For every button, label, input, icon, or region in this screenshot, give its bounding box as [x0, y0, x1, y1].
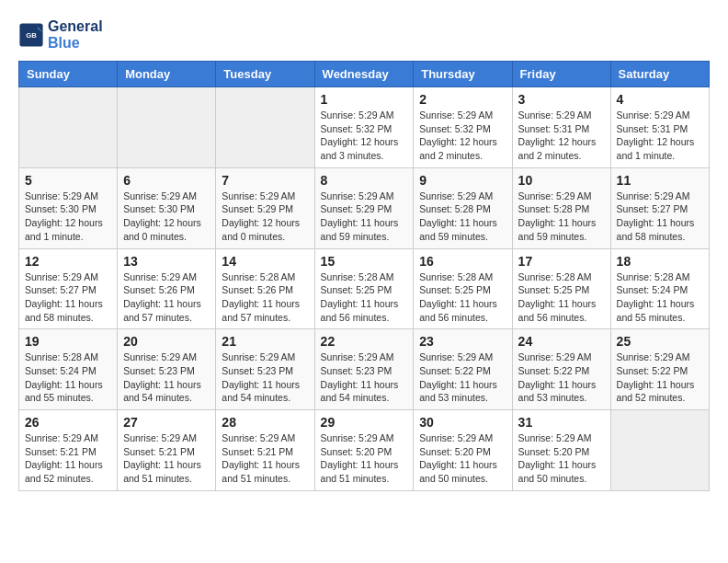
calendar-cell: 21Sunrise: 5:29 AM Sunset: 5:23 PM Dayli… — [216, 329, 314, 410]
day-info: Sunrise: 5:29 AM Sunset: 5:21 PM Dayligh… — [222, 431, 308, 486]
day-info: Sunrise: 5:29 AM Sunset: 5:31 PM Dayligh… — [518, 109, 605, 163]
calendar-cell: 6Sunrise: 5:29 AM Sunset: 5:30 PM Daylig… — [118, 167, 216, 248]
week-row-2: 5Sunrise: 5:29 AM Sunset: 5:30 PM Daylig… — [19, 167, 710, 248]
day-number: 13 — [123, 254, 210, 269]
weekday-header-monday: Monday — [118, 62, 216, 87]
day-info: Sunrise: 5:29 AM Sunset: 5:30 PM Dayligh… — [123, 190, 210, 244]
calendar-cell: 20Sunrise: 5:29 AM Sunset: 5:23 PM Dayli… — [118, 329, 216, 410]
calendar-cell: 12Sunrise: 5:29 AM Sunset: 5:27 PM Dayli… — [19, 248, 118, 329]
calendar-cell: 31Sunrise: 5:29 AM Sunset: 5:20 PM Dayli… — [512, 410, 610, 491]
calendar-cell — [118, 87, 216, 168]
day-number: 24 — [518, 334, 605, 349]
page-header: GB General Blue — [18, 18, 710, 52]
calendar-cell: 26Sunrise: 5:29 AM Sunset: 5:21 PM Dayli… — [19, 410, 118, 491]
day-info: Sunrise: 5:29 AM Sunset: 5:22 PM Dayligh… — [518, 350, 605, 405]
weekday-header-sunday: Sunday — [19, 62, 118, 87]
calendar-cell: 7Sunrise: 5:29 AM Sunset: 5:29 PM Daylig… — [216, 167, 314, 248]
calendar-cell: 1Sunrise: 5:29 AM Sunset: 5:32 PM Daylig… — [314, 87, 414, 168]
weekday-header-row: SundayMondayTuesdayWednesdayThursdayFrid… — [19, 62, 710, 87]
day-number: 14 — [222, 254, 308, 269]
logo-text: General Blue — [48, 18, 103, 52]
day-number: 16 — [419, 254, 506, 269]
calendar-cell: 16Sunrise: 5:28 AM Sunset: 5:25 PM Dayli… — [414, 248, 512, 329]
day-number: 21 — [222, 334, 308, 349]
day-info: Sunrise: 5:29 AM Sunset: 5:29 PM Dayligh… — [321, 190, 408, 244]
day-info: Sunrise: 5:29 AM Sunset: 5:29 PM Dayligh… — [222, 190, 308, 244]
day-number: 7 — [222, 173, 308, 188]
week-row-5: 26Sunrise: 5:29 AM Sunset: 5:21 PM Dayli… — [19, 410, 710, 491]
calendar-cell: 11Sunrise: 5:29 AM Sunset: 5:27 PM Dayli… — [610, 167, 709, 248]
calendar-cell: 22Sunrise: 5:29 AM Sunset: 5:23 PM Dayli… — [314, 329, 414, 410]
calendar-cell: 18Sunrise: 5:28 AM Sunset: 5:24 PM Dayli… — [610, 248, 709, 329]
day-number: 4 — [617, 92, 703, 107]
week-row-3: 12Sunrise: 5:29 AM Sunset: 5:27 PM Dayli… — [19, 248, 710, 329]
day-info: Sunrise: 5:29 AM Sunset: 5:21 PM Dayligh… — [123, 431, 210, 486]
day-info: Sunrise: 5:29 AM Sunset: 5:22 PM Dayligh… — [617, 350, 703, 405]
calendar-table: SundayMondayTuesdayWednesdayThursdayFrid… — [18, 61, 710, 491]
day-info: Sunrise: 5:29 AM Sunset: 5:23 PM Dayligh… — [321, 350, 408, 405]
day-info: Sunrise: 5:29 AM Sunset: 5:21 PM Dayligh… — [25, 431, 111, 486]
day-number: 29 — [321, 415, 408, 430]
calendar-cell: 3Sunrise: 5:29 AM Sunset: 5:31 PM Daylig… — [512, 87, 610, 168]
weekday-header-thursday: Thursday — [414, 62, 512, 87]
svg-text:GB: GB — [26, 31, 37, 40]
day-number: 26 — [25, 415, 111, 430]
calendar-cell: 14Sunrise: 5:28 AM Sunset: 5:26 PM Dayli… — [216, 248, 314, 329]
day-info: Sunrise: 5:29 AM Sunset: 5:20 PM Dayligh… — [518, 431, 605, 486]
day-info: Sunrise: 5:29 AM Sunset: 5:20 PM Dayligh… — [321, 431, 408, 486]
day-info: Sunrise: 5:29 AM Sunset: 5:23 PM Dayligh… — [123, 350, 210, 405]
day-number: 3 — [518, 92, 605, 107]
logo-icon: GB — [18, 22, 44, 48]
week-row-1: 1Sunrise: 5:29 AM Sunset: 5:32 PM Daylig… — [19, 87, 710, 168]
day-number: 22 — [321, 334, 408, 349]
day-number: 28 — [222, 415, 308, 430]
calendar-cell: 28Sunrise: 5:29 AM Sunset: 5:21 PM Dayli… — [216, 410, 314, 491]
day-info: Sunrise: 5:29 AM Sunset: 5:23 PM Dayligh… — [222, 350, 308, 405]
calendar-cell: 30Sunrise: 5:29 AM Sunset: 5:20 PM Dayli… — [414, 410, 512, 491]
calendar-cell: 25Sunrise: 5:29 AM Sunset: 5:22 PM Dayli… — [610, 329, 709, 410]
calendar-cell: 5Sunrise: 5:29 AM Sunset: 5:30 PM Daylig… — [19, 167, 118, 248]
day-info: Sunrise: 5:29 AM Sunset: 5:32 PM Dayligh… — [321, 109, 408, 163]
logo: GB General Blue — [18, 18, 103, 52]
day-info: Sunrise: 5:28 AM Sunset: 5:25 PM Dayligh… — [419, 270, 506, 325]
day-number: 19 — [25, 334, 111, 349]
day-info: Sunrise: 5:28 AM Sunset: 5:24 PM Dayligh… — [25, 350, 111, 405]
calendar-cell: 19Sunrise: 5:28 AM Sunset: 5:24 PM Dayli… — [19, 329, 118, 410]
day-number: 18 — [617, 254, 703, 269]
day-info: Sunrise: 5:28 AM Sunset: 5:25 PM Dayligh… — [321, 270, 408, 325]
day-number: 23 — [419, 334, 506, 349]
calendar-cell: 17Sunrise: 5:28 AM Sunset: 5:25 PM Dayli… — [512, 248, 610, 329]
day-number: 1 — [321, 92, 408, 107]
weekday-header-wednesday: Wednesday — [314, 62, 414, 87]
calendar-cell — [216, 87, 314, 168]
calendar-cell — [19, 87, 118, 168]
day-number: 20 — [123, 334, 210, 349]
weekday-header-saturday: Saturday — [610, 62, 709, 87]
day-info: Sunrise: 5:29 AM Sunset: 5:20 PM Dayligh… — [419, 431, 506, 486]
calendar-cell: 10Sunrise: 5:29 AM Sunset: 5:28 PM Dayli… — [512, 167, 610, 248]
calendar-cell — [610, 410, 709, 491]
day-number: 27 — [123, 415, 210, 430]
calendar-cell: 23Sunrise: 5:29 AM Sunset: 5:22 PM Dayli… — [414, 329, 512, 410]
day-info: Sunrise: 5:29 AM Sunset: 5:27 PM Dayligh… — [617, 190, 703, 244]
day-number: 10 — [518, 173, 605, 188]
day-info: Sunrise: 5:29 AM Sunset: 5:28 PM Dayligh… — [419, 190, 506, 244]
calendar-cell: 4Sunrise: 5:29 AM Sunset: 5:31 PM Daylig… — [610, 87, 709, 168]
calendar-cell: 8Sunrise: 5:29 AM Sunset: 5:29 PM Daylig… — [314, 167, 414, 248]
day-info: Sunrise: 5:29 AM Sunset: 5:28 PM Dayligh… — [518, 190, 605, 244]
day-number: 8 — [321, 173, 408, 188]
day-number: 9 — [419, 173, 506, 188]
day-info: Sunrise: 5:29 AM Sunset: 5:26 PM Dayligh… — [123, 270, 210, 325]
day-info: Sunrise: 5:29 AM Sunset: 5:30 PM Dayligh… — [25, 190, 111, 244]
day-number: 15 — [321, 254, 408, 269]
day-number: 30 — [419, 415, 506, 430]
calendar-cell: 24Sunrise: 5:29 AM Sunset: 5:22 PM Dayli… — [512, 329, 610, 410]
calendar-cell: 9Sunrise: 5:29 AM Sunset: 5:28 PM Daylig… — [414, 167, 512, 248]
calendar-cell: 2Sunrise: 5:29 AM Sunset: 5:32 PM Daylig… — [414, 87, 512, 168]
day-info: Sunrise: 5:28 AM Sunset: 5:26 PM Dayligh… — [222, 270, 308, 325]
day-info: Sunrise: 5:29 AM Sunset: 5:22 PM Dayligh… — [419, 350, 506, 405]
day-number: 17 — [518, 254, 605, 269]
calendar-cell: 15Sunrise: 5:28 AM Sunset: 5:25 PM Dayli… — [314, 248, 414, 329]
day-number: 31 — [518, 415, 605, 430]
weekday-header-friday: Friday — [512, 62, 610, 87]
